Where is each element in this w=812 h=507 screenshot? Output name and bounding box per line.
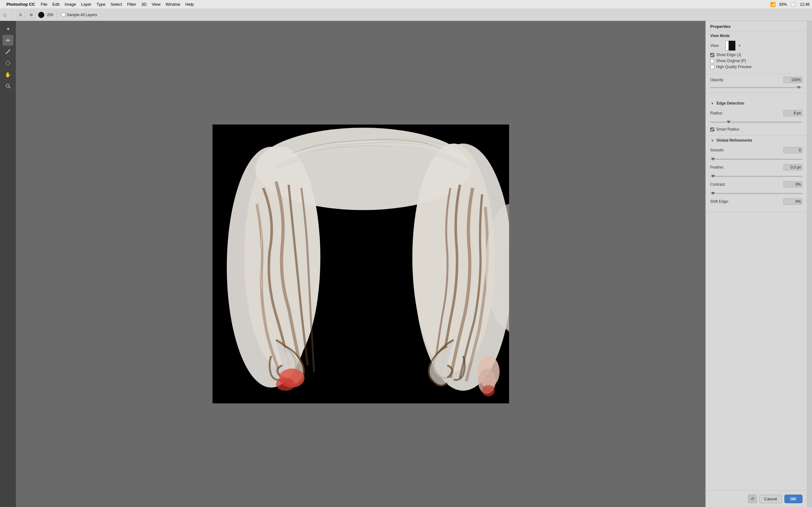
high-quality-row: High Quality Preview (710, 65, 803, 69)
feather-input[interactable] (783, 164, 803, 170)
show-original-checkbox[interactable] (710, 59, 714, 63)
clock-icon: 🕐 (791, 2, 796, 7)
view-thumbnail[interactable] (725, 41, 735, 51)
edge-detection-content: Radius: Smart Radius (706, 108, 807, 135)
clock-time: 12:48 (800, 2, 809, 7)
show-edge-label: Show Edge (J) (716, 53, 741, 57)
brush-options-btn-2[interactable]: ⊚ (27, 11, 36, 19)
panel-spacer (706, 212, 807, 490)
contrast-input[interactable] (783, 181, 803, 187)
menu-type[interactable]: Type (96, 2, 105, 7)
toolbar-divider-1 (12, 11, 13, 19)
edge-detection-collapse-arrow[interactable]: ▼ (710, 102, 715, 105)
smart-radius-checkbox[interactable] (710, 127, 714, 131)
radius-field-row: Radius: (710, 110, 803, 116)
high-quality-label: High Quality Preview (716, 65, 751, 69)
brush-preview (38, 12, 44, 18)
view-mode-section: View Mode View: ▼ Show Edge (J) Show Ori… (706, 31, 807, 74)
menu-3d[interactable]: 3D (142, 2, 147, 7)
panel-buttons: ↺ Cancel OK (706, 490, 807, 507)
canvas-image (212, 124, 509, 403)
brush-tool-btn[interactable]: ✏ (3, 35, 13, 46)
menu-help[interactable]: Help (185, 2, 194, 7)
opacity-slider-track[interactable] (710, 87, 803, 88)
ok-button[interactable]: OK (784, 495, 803, 503)
home-icon[interactable]: ⌂ (3, 11, 7, 18)
contrast-label: Contrast: (710, 182, 726, 187)
contrast-slider-bg (710, 193, 803, 194)
view-mode-title: View Mode (710, 34, 803, 38)
hand-tool-btn[interactable]: ✋ (3, 69, 13, 80)
lasso-tool-btn[interactable] (3, 58, 13, 68)
contrast-slider-handle[interactable] (711, 192, 715, 195)
smooth-slider-container[interactable] (710, 157, 803, 162)
sample-all-layers-checkbox[interactable] (61, 13, 65, 17)
menu-edit[interactable]: Edit (52, 2, 59, 7)
smart-radius-row: Smart Radius (710, 127, 803, 131)
radius-slider-bg (710, 122, 803, 123)
toolbar-divider-2 (57, 11, 57, 19)
svg-line-3 (9, 87, 10, 88)
sample-all-layers-row: Sample All Layers (61, 13, 97, 17)
high-quality-checkbox[interactable] (710, 65, 714, 69)
menu-image[interactable]: Image (65, 2, 76, 7)
radius-slider-handle[interactable] (727, 121, 730, 124)
reset-button[interactable]: ↺ (748, 494, 757, 503)
spacer-1 (706, 93, 807, 99)
svg-line-0 (6, 50, 10, 54)
feather-slider-inner[interactable] (710, 174, 803, 179)
ps-options-toolbar: ⌂ ⊙ ⊚ 200 Sample All Layers (0, 9, 812, 21)
global-refinements-collapse-arrow[interactable]: ▼ (710, 139, 715, 142)
view-label: View: (710, 43, 723, 48)
menu-window[interactable]: Window (165, 2, 180, 7)
radius-slider-inner[interactable] (710, 119, 803, 124)
opacity-slider-thumb[interactable] (797, 86, 801, 89)
menu-filter[interactable]: Filter (127, 2, 136, 7)
menu-view[interactable]: View (152, 2, 160, 7)
view-dropdown-arrow[interactable]: ▼ (738, 44, 741, 47)
menu-file[interactable]: File (41, 2, 47, 7)
show-original-row: Show Original (P) (710, 59, 803, 63)
opacity-slider-row[interactable] (710, 85, 803, 90)
feather-slider-container[interactable] (710, 174, 803, 179)
show-edge-checkbox[interactable] (710, 53, 714, 57)
shift-edge-input[interactable] (783, 199, 803, 205)
smooth-slider-handle[interactable] (711, 158, 715, 161)
opacity-input[interactable] (783, 77, 803, 83)
refine-brush-tool-btn[interactable]: ✦ (3, 23, 13, 34)
smooth-input[interactable] (783, 147, 803, 153)
feather-label: Feather: (710, 165, 724, 170)
edge-detection-header[interactable]: ▼ Edge Detection (706, 99, 807, 108)
right-panel-collapse-bar[interactable]: › (807, 21, 812, 507)
brush-size-label: 200 (47, 13, 53, 17)
cancel-button[interactable]: Cancel (759, 495, 781, 503)
contrast-slider-container[interactable] (710, 191, 803, 196)
canvas-area[interactable] (16, 21, 705, 507)
global-refinements-header[interactable]: ▼ Global Refinements (706, 135, 807, 145)
menu-layer[interactable]: Layer (81, 2, 92, 7)
wifi-icon: 📶 (770, 2, 775, 7)
menu-right-area: 📶 83% 🕐 12:48 (770, 2, 809, 7)
paint-brush-tool-btn[interactable] (3, 46, 13, 57)
contrast-slider-inner[interactable] (710, 191, 803, 196)
menu-select[interactable]: Select (110, 2, 122, 7)
zoom-tool-btn[interactable] (3, 80, 13, 91)
shift-edge-label: Shift Edge: (710, 199, 729, 204)
global-refinements-section: ▼ Global Refinements Smooth: (706, 135, 807, 212)
radius-input[interactable] (783, 110, 803, 116)
smart-radius-label: Smart Radius (716, 127, 740, 131)
properties-title: Properties (706, 21, 807, 31)
global-refinements-title: Global Refinements (716, 138, 752, 143)
app-name: Photoshop CC (6, 2, 35, 7)
smooth-slider-bg (710, 159, 803, 160)
brush-options-btn-1[interactable]: ⊙ (16, 11, 25, 19)
svg-point-11 (276, 378, 295, 391)
radius-label: Radius: (710, 111, 723, 115)
opacity-section: Opacity: (706, 74, 807, 93)
view-selector-row: View: ▼ (710, 41, 803, 51)
radius-slider-container[interactable] (710, 119, 803, 124)
smooth-slider-inner[interactable] (710, 157, 803, 162)
menu-bar: Photoshop CC File Edit Image Layer Type … (0, 0, 812, 9)
left-tools-panel: ✦ ✏ ✋ (0, 21, 16, 507)
feather-slider-handle[interactable] (711, 175, 715, 178)
